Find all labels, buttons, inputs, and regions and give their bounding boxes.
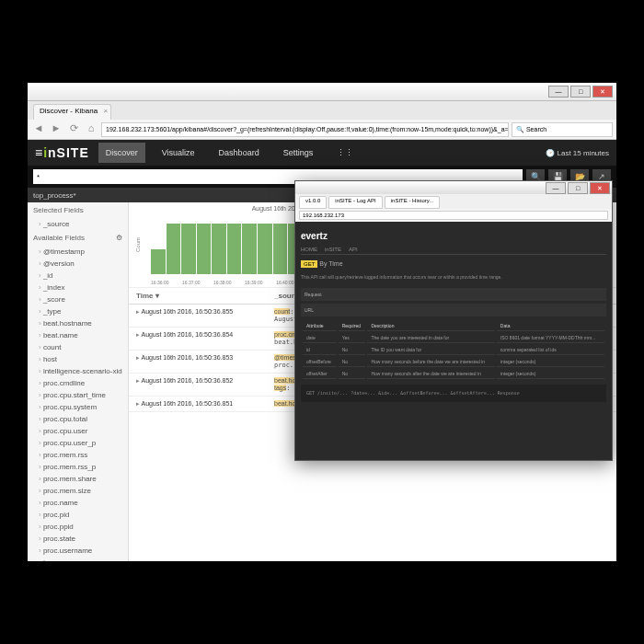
bar[interactable] xyxy=(273,224,288,274)
minimize-button[interactable]: — xyxy=(548,86,569,98)
bar[interactable] xyxy=(151,249,166,274)
nav-more-icon[interactable]: ⋮⋮ xyxy=(329,143,361,163)
overlay-min-button[interactable]: — xyxy=(546,182,566,194)
field-item[interactable]: @version xyxy=(28,258,128,270)
back-button[interactable]: ◄ xyxy=(31,122,46,137)
field-item[interactable]: proc.cpu.start_time xyxy=(28,389,128,401)
field-item[interactable]: proc.cpu.user xyxy=(28,425,128,437)
attr-row: offsetAfterNoHow many seconds after the … xyxy=(303,369,604,379)
field-item[interactable]: proc.pid xyxy=(28,509,128,521)
available-fields-header: Available Fields⚙ xyxy=(28,230,128,246)
nav-dashboard[interactable]: Dashboard xyxy=(212,143,267,163)
nav-settings[interactable]: Settings xyxy=(276,143,321,163)
field-item[interactable]: _source xyxy=(28,218,128,230)
overlay-max-button[interactable]: □ xyxy=(568,182,588,194)
browser-tabs: Discover - Kibana× xyxy=(28,101,616,120)
fields-sidebar: Selected Fields _source Available Fields… xyxy=(28,202,129,561)
overlay-title: GET By Time xyxy=(301,255,606,272)
field-item[interactable]: proc.username xyxy=(28,545,128,557)
sort-icon[interactable]: ▾ xyxy=(155,292,159,300)
settings-icon[interactable]: ⚙ xyxy=(116,234,122,242)
field-item[interactable]: proc.mem.rss xyxy=(28,449,128,461)
attr-row: idNoThe ID you want data forcomma separa… xyxy=(303,345,604,355)
close-button[interactable]: ✕ xyxy=(592,86,613,98)
field-item[interactable]: beat.hostname xyxy=(28,317,128,329)
field-item[interactable]: _id xyxy=(28,270,128,282)
tab-title: Discover - Kibana xyxy=(40,107,98,115)
bar[interactable] xyxy=(181,224,196,274)
bar[interactable] xyxy=(167,224,181,274)
bar[interactable] xyxy=(242,224,257,274)
overlay-tabs: v1.0.0 inSITE - Log API inSITE - History… xyxy=(295,194,612,209)
field-item[interactable]: beat.name xyxy=(28,329,128,341)
col-time[interactable]: Time ▾ xyxy=(136,292,274,300)
field-item[interactable]: tags xyxy=(28,557,128,561)
request-section: Request xyxy=(301,288,606,301)
field-item[interactable]: proc.state xyxy=(28,533,128,545)
field-item[interactable]: proc.mem.rss_p xyxy=(28,461,128,473)
cell-time: August 16th 2016, 16:50:36.853 xyxy=(136,354,274,369)
cell-time: August 16th 2016, 16:50:36.854 xyxy=(136,331,274,346)
field-item[interactable]: proc.cmdline xyxy=(28,377,128,389)
overlay-nav-item[interactable]: API xyxy=(349,247,358,252)
overlay-tab[interactable]: v1.0.0 xyxy=(299,196,327,209)
overlay-nav-item[interactable]: inSITE xyxy=(325,247,341,252)
bar[interactable] xyxy=(258,224,272,274)
field-item[interactable]: intelligence-scenario-xid xyxy=(28,365,128,377)
field-item[interactable]: proc.mem.size xyxy=(28,485,128,497)
bar[interactable] xyxy=(212,224,226,274)
field-item[interactable]: count xyxy=(28,341,128,353)
nav-discover[interactable]: Discover xyxy=(98,143,145,163)
field-item[interactable]: proc.ppid xyxy=(28,521,128,533)
field-item[interactable]: _type xyxy=(28,305,128,317)
method-badge: GET xyxy=(301,260,317,268)
y-axis-label: Count xyxy=(135,237,141,252)
reload-button[interactable]: ⟳ xyxy=(66,122,81,137)
cell-time: August 16th 2016, 16:50:36.855 xyxy=(136,308,274,323)
cell-time: August 16th 2016, 16:50:36.851 xyxy=(136,400,274,408)
code-sample: GET /insite/... ?date=... &id=... &offse… xyxy=(301,385,606,402)
field-item[interactable]: @timestamp xyxy=(28,246,128,258)
browser-search[interactable]: 🔍 Search xyxy=(512,122,613,137)
nav-visualize[interactable]: Visualize xyxy=(155,143,202,163)
url-section: URL xyxy=(301,304,606,316)
field-item[interactable]: proc.name xyxy=(28,497,128,509)
overlay-titlebar: — □ ✕ xyxy=(295,181,612,194)
app-header: ≡inSITE Discover Visualize Dashboard Set… xyxy=(28,140,616,166)
selected-fields-header: Selected Fields xyxy=(28,202,128,218)
overlay-tab[interactable]: inSITE - History... xyxy=(385,196,441,209)
time-range[interactable]: 🕑 Last 15 minutes xyxy=(546,149,609,157)
overlay-tab[interactable]: inSITE - Log API xyxy=(328,196,382,209)
home-button[interactable]: ⌂ xyxy=(84,122,98,137)
overlay-close-button[interactable]: ✕ xyxy=(590,182,610,194)
bar[interactable] xyxy=(227,224,242,274)
attr-row: dateYesThe date you are interested in da… xyxy=(303,333,604,343)
cell-time: August 16th 2016, 16:50:36.852 xyxy=(136,377,274,392)
overlay-window: — □ ✕ v1.0.0 inSITE - Log API inSITE - H… xyxy=(294,180,613,461)
field-item[interactable]: host xyxy=(28,353,128,365)
overlay-logo: evertz xyxy=(301,227,606,245)
attributes-table: AttributeRequiredDescriptionData dateYes… xyxy=(301,319,606,381)
field-item[interactable]: proc.cpu.total xyxy=(28,413,128,425)
bar[interactable] xyxy=(197,224,212,274)
forward-button[interactable]: ► xyxy=(49,122,63,137)
field-item[interactable]: proc.cpu.user_p xyxy=(28,437,128,449)
overlay-nav-item[interactable]: HOME xyxy=(301,247,317,252)
window-titlebar: — □ ✕ xyxy=(28,83,616,101)
field-item[interactable]: proc.mem.share xyxy=(28,473,128,485)
field-item[interactable]: _index xyxy=(28,282,128,293)
attr-row: offsetBeforeNoHow many seconds before th… xyxy=(303,357,604,367)
overlay-addr: 192.168.232.173 xyxy=(295,209,612,222)
field-item[interactable]: proc.cpu.system xyxy=(28,401,128,413)
maximize-button[interactable]: □ xyxy=(570,86,591,98)
address-bar: ◄ ► ⟳ ⌂ 192.168.232.173:5601/app/kibana#… xyxy=(28,120,616,140)
overlay-desc: This API call will query/retrieve logged… xyxy=(301,272,606,285)
logo: ≡inSITE xyxy=(35,145,89,160)
overlay-url[interactable]: 192.168.232.173 xyxy=(299,211,608,220)
tab-close-icon[interactable]: × xyxy=(103,107,108,115)
overlay-nav: HOME inSITE API xyxy=(301,245,606,255)
url-input[interactable]: 192.168.232.173:5601/app/kibana#/discove… xyxy=(101,122,509,137)
field-item[interactable]: _score xyxy=(28,293,128,305)
browser-tab[interactable]: Discover - Kibana× xyxy=(33,104,111,120)
index-pattern[interactable]: top_process* xyxy=(33,191,76,200)
